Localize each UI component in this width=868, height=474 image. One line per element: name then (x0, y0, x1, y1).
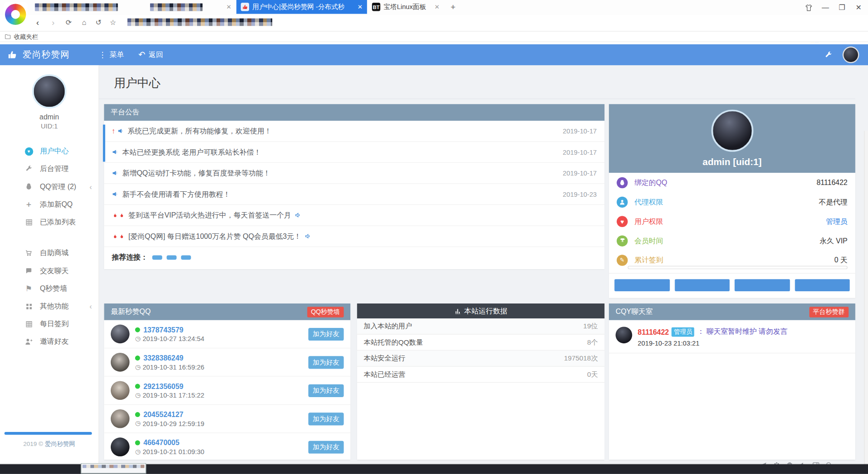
platform-group-badge[interactable]: 平台秒赞群 (809, 307, 849, 317)
close-tab-icon[interactable]: ✕ (226, 3, 231, 10)
announcement-row[interactable]: [爱尚QQ网] 每日赠送1000万名片赞 QQ会员最低3元！ (104, 226, 604, 247)
recommend-link-button[interactable] (152, 255, 162, 260)
announcement-row[interactable]: 本站已经更换系统 老用户可联系站长补偿！ 2019-10-17 (104, 142, 604, 163)
tab-active[interactable]: 用户中心|爱尚秒赞网 -分布式秒 ✕ (236, 0, 367, 14)
flame-icons (112, 232, 125, 240)
wrench-icon[interactable] (824, 51, 832, 59)
profile-row[interactable]: ♥ 用户权限 管理员 (609, 212, 855, 231)
close-window-icon[interactable]: ✕ (850, 3, 867, 11)
chat-room-panel: CQY聊天室 平台秒赞群 81116422 管理员 ： 聊天室暂时维护 请勿发言… (609, 303, 855, 460)
profile-row[interactable]: ✎ 累计签到 0 天 (609, 250, 855, 270)
site-stats-header: 本站运行数据 (357, 303, 604, 318)
add-friend-button[interactable]: 加为好友 (308, 412, 344, 425)
add-friend-button[interactable]: 加为好友 (308, 327, 344, 340)
browser-logo[interactable] (3, 2, 28, 27)
qq-number[interactable]: 3328386249 (143, 354, 184, 362)
back-icon[interactable]: ‹ (31, 17, 44, 29)
forward-icon[interactable]: › (47, 17, 60, 29)
qq-number[interactable]: 1378743579 (143, 325, 184, 333)
sidebar-item-icon (24, 320, 33, 329)
scrollbar-thumb[interactable] (103, 125, 105, 162)
sidebar-item[interactable]: 自助商城 (0, 244, 99, 262)
recommend-link-button[interactable] (181, 255, 191, 260)
back-button[interactable]: ↶ 返回 (138, 50, 163, 60)
sidebar-scrollbar[interactable] (5, 432, 92, 435)
sidebar-item[interactable]: ＋ 添加新QQ (0, 195, 99, 213)
announcement-row[interactable]: ↑ 系统已完成更新，所有功能修复，欢迎使用！ 2019-10-17 (104, 121, 604, 142)
recommend-link-button[interactable] (167, 255, 177, 260)
clock-icon: ◷ (135, 363, 141, 370)
qq-number[interactable]: 466470005 (143, 438, 179, 446)
sidebar-item[interactable]: 后台管理 (0, 160, 99, 178)
sidebar-item-icon (24, 165, 33, 174)
minimize-icon[interactable]: — (817, 3, 834, 11)
censored-bookmarks (127, 18, 273, 26)
profile-row[interactable]: 绑定的QQ 81116422 (609, 173, 855, 192)
stat-label: 本站托管的QQ数量 (363, 337, 423, 347)
favorite-star-icon[interactable]: ☆ (106, 17, 119, 29)
chat-qq-number[interactable]: 81116422 (638, 327, 669, 336)
tab-censored-1[interactable] (30, 0, 145, 14)
sidebar-item[interactable]: 邀请好友 (0, 333, 99, 351)
qq-info: 466470005 ◷2019-10-21 01:09:30 (135, 438, 204, 455)
announcements-header: 平台公告 (104, 104, 604, 121)
online-dot-icon (135, 412, 140, 417)
qq-avatar (111, 437, 130, 456)
profile-row[interactable]: 会员时间 永久 VIP (609, 231, 855, 251)
return-arrow-icon: ↶ (138, 50, 145, 60)
close-tab-icon[interactable]: ✕ (358, 3, 363, 10)
profile-row-value: 永久 VIP (820, 236, 848, 246)
add-friend-button[interactable]: 加为好友 (308, 384, 344, 397)
tab-strip: ✕ 用户中心|爱尚秒赞网 -分布式秒 ✕ BT 宝塔Linux面板 ✕ + — … (0, 0, 868, 15)
skin-icon[interactable] (801, 3, 817, 11)
announcement-row[interactable]: 新增QQ运动打卡功能，修复百度登录等功能！ 2019-10-17 (104, 163, 604, 184)
sidebar-item[interactable]: 其他功能 ‹ (0, 298, 99, 315)
add-friend-button[interactable]: 加为好友 (308, 441, 344, 453)
qq-number[interactable]: 2045524127 (143, 410, 184, 418)
stat-label: 本站已经运营 (363, 370, 405, 379)
sidebar-avatar[interactable] (32, 74, 66, 109)
sidebar-item[interactable]: 已添加列表 (0, 213, 99, 231)
user-avatar[interactable] (843, 47, 859, 63)
profile-action-button[interactable] (735, 279, 790, 291)
undo-icon[interactable]: ↺ (92, 17, 105, 29)
qq-info: 3328386249 ◷2019-10-31 16:59:26 (135, 354, 204, 371)
sidebar-item[interactable]: 每日签到 (0, 315, 99, 333)
sidebar-item[interactable]: 交友聊天 (0, 262, 99, 280)
sidebar-item[interactable]: ♥ 用户中心 (0, 142, 99, 160)
megaphone-icon (112, 190, 119, 198)
footer-site-link[interactable]: 爱尚秒赞网 (45, 440, 75, 447)
page-scrollbar[interactable] (864, 131, 868, 474)
add-friend-button[interactable]: 加为好友 (308, 356, 344, 369)
qq-icon (619, 179, 626, 186)
profile-avatar[interactable] (711, 109, 753, 152)
profile-action-button[interactable] (675, 279, 730, 291)
clock-icon: ◷ (135, 335, 141, 342)
sidebar-footer: 2019 © 爱尚秒赞网 (0, 440, 99, 448)
close-tab-icon[interactable]: ✕ (434, 3, 439, 10)
site-brand[interactable]: 爱尚秒赞网 (8, 49, 70, 61)
profile-row-icon: ♥ (617, 216, 627, 227)
reload-icon[interactable]: ⟳ (62, 17, 75, 29)
sidebar-item[interactable]: ⚑ Q秒赞墙 (0, 280, 99, 297)
trophy-icon (619, 237, 625, 243)
home-icon[interactable]: ⌂ (77, 17, 90, 29)
profile-action-button[interactable] (795, 279, 850, 291)
bookmark-folder-label[interactable]: 收藏夹栏 (14, 33, 38, 41)
menu-button[interactable]: ⋮ 菜单 (99, 50, 124, 60)
sidebar-item-label: 添加新QQ (40, 199, 73, 209)
tab-bt-panel[interactable]: BT 宝塔Linux面板 ✕ (368, 0, 444, 14)
announcement-row[interactable]: 新手不会使用请看下方使用教程！ 2019-10-23 (104, 184, 604, 205)
taskbar-window-preview[interactable] (81, 463, 146, 474)
restore-icon[interactable]: ❐ (834, 3, 850, 11)
profile-action-button[interactable] (614, 279, 670, 291)
sidebar-item[interactable]: QQ管理 (2) ‹ (0, 178, 99, 195)
profile-row[interactable]: 代理权限 不是代理 (609, 192, 855, 212)
new-tab-button[interactable]: + (446, 0, 462, 14)
qq-number[interactable]: 2921356059 (143, 382, 184, 390)
announcement-row[interactable]: 签到送平台VIP活动火热进行中，每天首签送一个月 (104, 205, 604, 226)
qq-wall-badge[interactable]: QQ秒赞墙 (307, 307, 344, 317)
tab-censored-2[interactable]: ✕ (146, 0, 236, 14)
qq-time-line: ◷2019-10-31 16:59:26 (135, 363, 204, 371)
sidebar-item-label: 自助商城 (40, 248, 69, 258)
